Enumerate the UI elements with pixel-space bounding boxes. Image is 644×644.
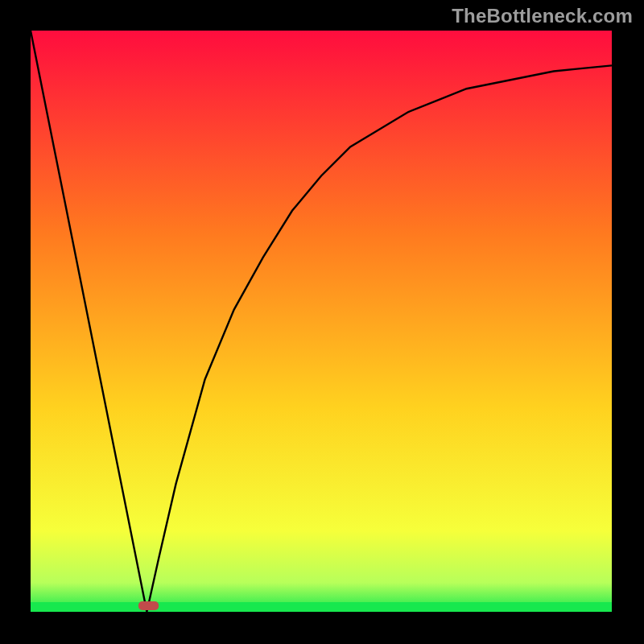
plot-svg: [31, 31, 612, 612]
green-band: [31, 602, 612, 612]
plot-area: [31, 31, 612, 612]
watermark-text: TheBottleneck.com: [452, 5, 633, 27]
gradient-backdrop: [31, 31, 612, 612]
minimum-marker: [138, 601, 159, 610]
chart-frame: TheBottleneck.com: [0, 0, 644, 644]
